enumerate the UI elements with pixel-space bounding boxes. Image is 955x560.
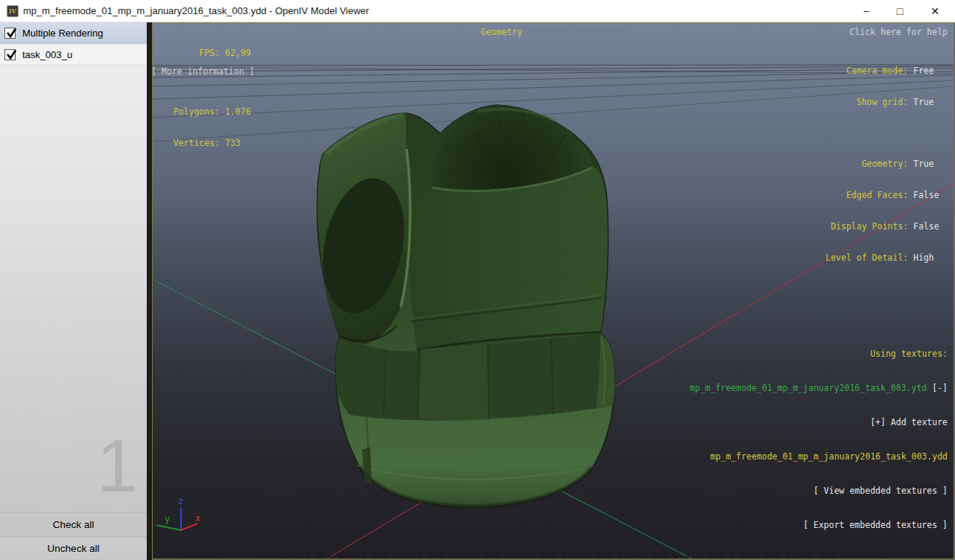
polygons-value: 1.076 xyxy=(225,106,251,117)
remove-texture-button[interactable]: [-] xyxy=(932,383,948,393)
tab-skeleton[interactable]: Skeleton xyxy=(584,27,625,37)
display-points-value: False xyxy=(913,221,948,232)
uncheck-all-button[interactable]: Uncheck all xyxy=(0,536,147,559)
window-title: mp_m_freemode_01_mp_m_january2016_task_0… xyxy=(23,5,369,16)
export-embedded-textures-button[interactable]: [ Export embedded textures ] xyxy=(690,518,948,532)
page-number-watermark: 1 xyxy=(96,428,138,503)
model-list-sidebar: Multiple Rendering task_003_u 1 Check al… xyxy=(0,22,147,560)
texture-file-name: mp_m_freemode_01_mp_m_january2016_task_0… xyxy=(690,383,927,393)
stats-overlay: FPS: 62,99 Polygons: 1.076 Vertices: 733 xyxy=(172,27,251,169)
add-texture-button[interactable]: [+] Add texture xyxy=(690,416,948,429)
list-item-label: task_003_u xyxy=(22,49,72,60)
title-bar[interactable]: IV mp_m_freemode_01_mp_m_january2016_tas… xyxy=(0,0,955,22)
texture-file-row: mp_m_freemode_01_mp_m_january2016_task_0… xyxy=(690,381,948,395)
svg-text:y: y xyxy=(165,514,170,524)
using-textures-header: Using textures: xyxy=(690,347,948,360)
geometry-value: True xyxy=(913,159,948,169)
geometry-row[interactable]: Geometry: True xyxy=(825,159,948,169)
list-item-label: Multiple Rendering xyxy=(22,28,103,39)
checkmark-icon xyxy=(4,26,19,40)
level-of-detail-value: High xyxy=(913,252,948,263)
level-of-detail-label: Level of Detail: xyxy=(825,252,908,263)
openiv-app-icon: IV xyxy=(7,5,19,17)
axis-gizmo: z y x xyxy=(156,496,200,530)
fps-row: FPS: 62,99 xyxy=(172,48,251,58)
camera-mode-value: Free xyxy=(913,66,948,76)
show-grid-label: Show grid: xyxy=(825,97,908,107)
tab-separator: | xyxy=(527,27,533,37)
show-grid-row[interactable]: Show grid: True xyxy=(825,97,948,107)
maximize-button[interactable]: □ xyxy=(888,0,912,22)
minimize-button[interactable]: – xyxy=(854,0,878,22)
fps-label: FPS: xyxy=(172,48,220,58)
display-points-label: Display Points: xyxy=(825,221,908,232)
view-embedded-textures-button[interactable]: [ View embedded textures ] xyxy=(690,484,948,497)
checkbox-task-003-u[interactable] xyxy=(4,49,16,60)
vest-model xyxy=(311,105,615,506)
fps-value: 62,99 xyxy=(225,48,251,58)
gizmo-y-axis xyxy=(156,525,181,530)
check-all-button[interactable]: Check all xyxy=(0,512,147,535)
model-file-name: mp_m_freemode_01_mp_m_january2016_task_0… xyxy=(690,450,948,463)
edged-faces-value: False xyxy=(913,190,948,200)
gizmo-x-axis xyxy=(181,524,197,530)
camera-mode-row[interactable]: Camera mode: Free xyxy=(825,66,948,76)
list-item-multiple-rendering[interactable]: Multiple Rendering xyxy=(0,22,147,44)
openiv-model-viewer-window: IV mp_m_freemode_01_mp_m_january2016_tas… xyxy=(0,0,955,560)
edged-faces-row[interactable]: Edged Faces: False xyxy=(825,190,948,200)
show-grid-value: True xyxy=(913,97,948,107)
camera-settings-overlay: Camera mode: Free Show grid: True Geomet… xyxy=(825,45,948,284)
svg-text:x: x xyxy=(195,513,200,524)
edged-faces-label: Edged Faces: xyxy=(825,190,908,200)
vertices-label: Vertices: xyxy=(172,138,220,148)
near-grid-marks xyxy=(283,557,842,559)
tab-geometry[interactable]: Geometry xyxy=(481,27,522,37)
more-information-link[interactable]: [ More information ] xyxy=(151,66,254,77)
3d-viewport[interactable]: z y x FPS: 62,99 Polygons: 1.076 Vertic xyxy=(152,22,954,559)
checkbox-multiple-rendering[interactable] xyxy=(4,28,16,39)
polygons-label: Polygons: xyxy=(172,106,220,117)
tab-bounds[interactable]: Bounds xyxy=(538,27,569,37)
display-points-row[interactable]: Display Points: False xyxy=(825,221,948,232)
close-button[interactable]: ✕ xyxy=(923,0,947,22)
help-link[interactable]: Click here for help xyxy=(849,27,948,37)
vertices-row: Vertices: 733 xyxy=(172,138,251,148)
list-item-task-003-u[interactable]: task_003_u xyxy=(0,44,147,66)
sidebar-viewport-divider xyxy=(147,22,152,560)
render-mode-tabs: Geometry | Bounds | Skeleton xyxy=(153,27,954,37)
svg-text:z: z xyxy=(178,496,183,506)
geometry-label: Geometry: xyxy=(825,159,908,169)
checkmark-icon xyxy=(4,48,19,62)
vertices-value: 733 xyxy=(225,138,241,148)
polygons-row: Polygons: 1.076 xyxy=(172,106,251,117)
textures-panel: Using textures: mp_m_freemode_01_mp_m_ja… xyxy=(690,326,948,553)
level-of-detail-row[interactable]: Level of Detail: High xyxy=(825,252,948,263)
camera-mode-label: Camera mode: xyxy=(825,66,908,76)
